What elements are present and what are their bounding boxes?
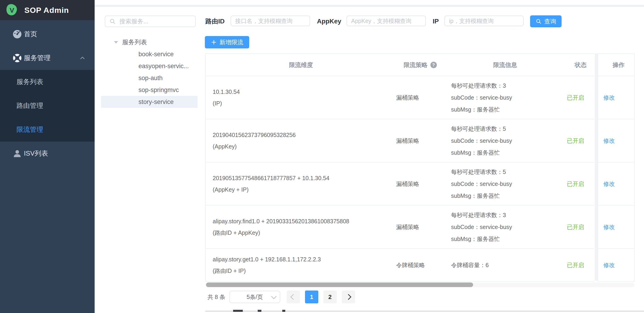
svg-text:V: V	[10, 6, 14, 14]
sidebar-item-label: 服务管理	[24, 53, 50, 63]
tree-node-label: sop-springmvc	[138, 86, 179, 94]
chevron-left-icon	[290, 294, 296, 300]
table-row-strategy: 令牌桶策略	[389, 249, 444, 281]
status-badge: 已开启	[559, 249, 594, 281]
route-id-input[interactable]	[230, 15, 310, 26]
status-badge: 已开启	[559, 162, 594, 206]
table-row-action: 修改	[598, 206, 634, 249]
edit-link[interactable]: 修改	[598, 178, 634, 190]
page-size-select[interactable]: 5条/页	[230, 291, 280, 303]
next-page-button[interactable]	[342, 291, 355, 303]
edit-link[interactable]: 修改	[598, 259, 634, 271]
bottom-cutoff-segment	[233, 310, 243, 312]
add-limit-button-label: 新增限流	[220, 38, 244, 46]
table-row-strategy: 漏桶策略	[389, 206, 444, 249]
limit-table-action-column: 操作 修改 修改 修改 修改 修改	[598, 53, 634, 282]
column-header-info: 限流信息	[444, 54, 559, 76]
table-row-info: 令牌桶容量：6	[444, 249, 559, 281]
column-header-dimension: 限流维度	[206, 54, 389, 76]
prev-page-button[interactable]	[287, 291, 300, 303]
table-row-action: 修改	[598, 119, 634, 162]
table-row-strategy: 漏桶策略	[389, 119, 444, 162]
search-icon	[109, 18, 116, 24]
status-badge: 已开启	[559, 119, 594, 162]
header-divider	[94, 5, 644, 7]
table-row-strategy: 漏桶策略	[389, 76, 444, 119]
service-tree: 服务列表 book-service easyopen-servic... sop…	[101, 36, 198, 108]
main-content: 服务列表 book-service easyopen-servic... sop…	[94, 0, 644, 313]
dashboard-icon	[12, 29, 22, 39]
sidebar: V SOP Admin 首页	[0, 0, 94, 313]
status-badge: 已开启	[559, 76, 594, 119]
tree-root-label: 服务列表	[122, 38, 147, 46]
sidebar-item-label: 首页	[24, 30, 37, 39]
table-row-dimension: 10.1.30.54(IP)	[206, 76, 389, 119]
sidebar-item-home[interactable]: 首页	[0, 22, 94, 46]
service-search-input[interactable]	[119, 18, 197, 25]
table-row-action: 修改	[598, 162, 634, 206]
search-icon	[536, 18, 542, 24]
help-icon[interactable]: ?	[430, 62, 437, 68]
column-header-strategy: 限流策略 ?	[389, 54, 444, 76]
ip-input[interactable]	[444, 15, 524, 26]
table-row-info: 每秒可处理请求数：3subCode：service-busysubMsg：服务器…	[444, 76, 559, 119]
limit-table: 限流维度 限流策略 ? 限流信息 状态 10.1.30.54(IP) 漏桶策略 …	[205, 53, 595, 282]
tree-node-sop-auth[interactable]: sop-auth	[101, 72, 198, 84]
route-id-label: 路由ID	[205, 15, 224, 27]
edit-link[interactable]: 修改	[598, 92, 634, 103]
sidebar-item-service-mgmt[interactable]: 服务管理	[0, 46, 94, 70]
sidebar-item-label: ISV列表	[24, 149, 48, 158]
scrollbar-thumb[interactable]	[206, 283, 473, 287]
table-row-dimension: 20190513577548661718777857 + 10.1.30.54(…	[206, 162, 389, 206]
page-button-1[interactable]: 1	[305, 291, 318, 303]
query-button[interactable]: 查询	[530, 15, 562, 27]
column-header-status: 状态	[559, 54, 594, 76]
tree-node-easyopen-service[interactable]: easyopen-servic...	[101, 60, 198, 72]
chevron-right-icon	[346, 294, 351, 300]
submenu-item-label: 服务列表	[16, 77, 43, 86]
page-size-value: 5条/页	[247, 293, 263, 301]
add-limit-button[interactable]: 新增限流	[205, 36, 249, 48]
tree-node-story-service[interactable]: story-service	[101, 96, 198, 108]
chevron-down-icon	[271, 294, 276, 299]
service-search-box	[105, 15, 196, 27]
table-horizontal-scrollbar	[205, 283, 634, 287]
ip-label: IP	[433, 15, 439, 27]
service-tree-panel: 服务列表 book-service easyopen-servic... sop…	[101, 15, 198, 108]
table-row-dimension: alipay.story.find1.0 + 20190331562013861…	[206, 206, 389, 249]
logo-bar: V SOP Admin	[0, 0, 94, 20]
submenu-item-label: 路由管理	[16, 101, 43, 110]
table-row-info: 每秒可处理请求数：5subCode：service-busysubMsg：服务器…	[444, 119, 559, 162]
sidebar-item-limit-mgmt[interactable]: 限流管理	[0, 118, 94, 142]
tree-node-label: story-service	[138, 98, 174, 106]
edit-link[interactable]: 修改	[598, 221, 634, 233]
chevron-up-icon	[80, 55, 86, 61]
appkey-input[interactable]	[346, 15, 426, 26]
sidebar-item-route-mgmt[interactable]: 路由管理	[0, 94, 94, 118]
pagination-total: 共 8 条	[208, 293, 225, 301]
page-button-2[interactable]: 2	[324, 291, 337, 303]
plus-icon	[211, 39, 217, 45]
sidebar-item-service-list[interactable]: 服务列表	[0, 70, 94, 94]
table-row-strategy: 漏桶策略	[389, 162, 444, 206]
app-title: SOP Admin	[24, 6, 69, 15]
tree-node-book-service[interactable]: book-service	[101, 48, 198, 60]
appkey-label: AppKey	[317, 15, 341, 27]
status-badge: 已开启	[559, 206, 594, 249]
table-row-action: 修改	[598, 76, 634, 119]
table-row-action: 修改	[598, 249, 634, 281]
sidebar-menu: 首页 服务管理	[0, 20, 94, 165]
edit-link[interactable]: 修改	[598, 135, 634, 146]
app-window: V SOP Admin 首页	[0, 0, 644, 313]
user-icon	[12, 148, 22, 159]
column-header-action: 操作	[598, 54, 634, 76]
table-row-info: 每秒可处理请求数：3subCode：service-busysubMsg：服务器…	[444, 206, 559, 249]
sidebar-item-isv-list[interactable]: ISV列表	[0, 142, 94, 165]
tree-node-sop-springmvc[interactable]: sop-springmvc	[101, 84, 198, 96]
tree-node-label: easyopen-servic...	[138, 63, 189, 70]
tree-root-node[interactable]: 服务列表	[101, 36, 198, 48]
service-icon	[12, 53, 22, 63]
pagination: 共 8 条 5条/页 1 2	[208, 290, 355, 304]
submenu-item-label: 限流管理	[16, 125, 43, 134]
bottom-cutoff-segment	[258, 310, 261, 312]
